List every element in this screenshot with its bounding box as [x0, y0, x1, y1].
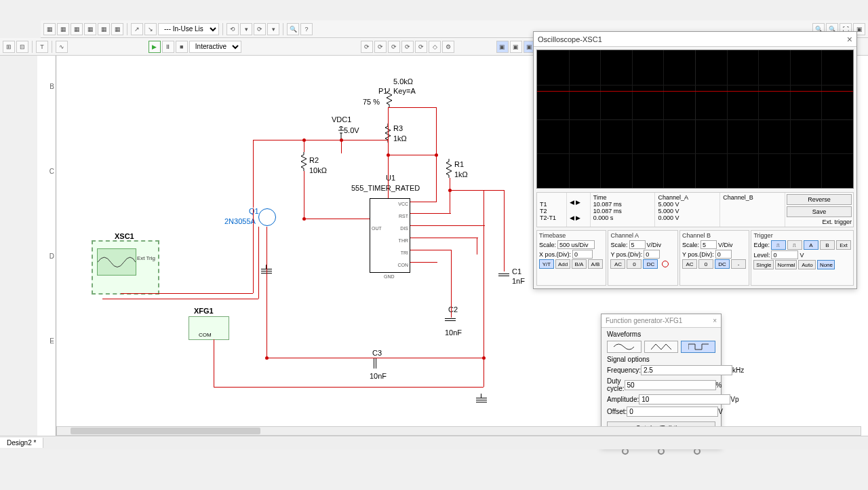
chb-zero-button[interactable]: 0: [698, 259, 713, 269]
sine-wave-button[interactable]: [607, 341, 642, 353]
xfg1-symbol[interactable]: COM: [189, 316, 229, 340]
run-button[interactable]: ▶: [149, 41, 161, 53]
help-icon[interactable]: ?: [300, 23, 313, 35]
trigger-single-button[interactable]: Single: [753, 260, 774, 269]
trigger-a-button[interactable]: A: [804, 240, 818, 250]
tb-icon[interactable]: ⟳: [361, 41, 373, 53]
inuse-combo[interactable]: --- In-Use Lis: [158, 23, 219, 35]
oscilloscope-titlebar[interactable]: Oscilloscope-XSC1 ×: [534, 32, 856, 47]
cha-zero-button[interactable]: 0: [627, 259, 642, 269]
cha-ypos-input[interactable]: [644, 250, 660, 259]
chb-dc-button[interactable]: DC: [715, 259, 730, 269]
cha-scale-input[interactable]: [629, 240, 646, 249]
tb-icon[interactable]: ⚙: [442, 41, 454, 53]
pause-button[interactable]: ⏸: [162, 41, 174, 53]
c2-symbol[interactable]: [445, 316, 456, 323]
stop-button[interactable]: ■: [176, 41, 188, 53]
chb-ac-button[interactable]: AC: [682, 259, 697, 269]
tb-icon[interactable]: ◇: [429, 41, 441, 53]
trigger-none-button[interactable]: None: [817, 260, 835, 269]
oscilloscope-window[interactable]: Oscilloscope-XSC1 × T1 T2 T2-T1 ◀ ▶ ◀ ▶ …: [533, 31, 857, 289]
p1-symbol[interactable]: [385, 88, 393, 107]
p1-value: 5.0kΩ: [393, 77, 413, 86]
tb-icon[interactable]: ↗: [131, 23, 143, 35]
trigger-level-input[interactable]: [771, 250, 798, 259]
sim-mode-combo[interactable]: Interactive: [189, 41, 241, 53]
channel-b-panel: Channel B Scale:V/Div Y pos.(Div): AC 0 …: [679, 230, 749, 286]
ground-symbol[interactable]: [476, 394, 487, 403]
tb-icon[interactable]: T: [36, 41, 48, 53]
tb-icon[interactable]: ⟳: [415, 41, 427, 53]
ruler-vertical: B C D E: [37, 56, 56, 442]
tb-icon[interactable]: ⟳: [374, 41, 387, 53]
p1-key: Key=A: [393, 87, 416, 95]
close-icon[interactable]: ×: [713, 317, 717, 324]
tb-icon[interactable]: ⟳: [254, 23, 266, 35]
instrument-icon[interactable]: ▣: [510, 41, 522, 53]
xsc1-symbol[interactable]: Ext Trig: [92, 240, 159, 295]
close-icon[interactable]: ×: [847, 34, 852, 45]
waveforms-label: Waveforms: [607, 331, 715, 338]
cha-ac-button[interactable]: AC: [610, 259, 625, 269]
tb-icon[interactable]: ▦: [84, 23, 96, 35]
tb-icon[interactable]: ⟳: [401, 41, 414, 53]
duty-cycle-input[interactable]: [625, 380, 716, 390]
tb-icon[interactable]: ▦: [71, 23, 83, 35]
r1-symbol[interactable]: [445, 159, 453, 178]
cursor-arrow-icon[interactable]: ◀ ▶: [570, 214, 587, 221]
tb-icon[interactable]: ▦: [43, 23, 56, 35]
yt-button[interactable]: Y/T: [539, 259, 554, 269]
offset-input[interactable]: [627, 407, 718, 417]
tb-icon[interactable]: ▾: [240, 23, 252, 35]
cursor-arrow-icon[interactable]: ◀ ▶: [570, 199, 587, 206]
u1-symbol[interactable]: VCC RST DIS THR TRI CON OUT GND: [370, 198, 410, 273]
instrument-icon[interactable]: ▣: [496, 41, 509, 53]
cha-dc-button[interactable]: DC: [643, 259, 658, 269]
trigger-auto-button[interactable]: Auto: [798, 260, 816, 269]
trigger-b-button[interactable]: B: [820, 240, 835, 250]
square-wave-button[interactable]: [681, 341, 715, 353]
ab-button[interactable]: A/B: [588, 259, 603, 269]
c1-symbol[interactable]: [498, 271, 509, 278]
chb-minus-button[interactable]: -: [731, 259, 746, 269]
ba-button[interactable]: B/A: [572, 259, 587, 269]
chb-scale-input[interactable]: [701, 240, 717, 249]
edge-rise-icon[interactable]: ⎍: [771, 240, 786, 250]
r3-ref: R3: [393, 124, 403, 132]
vdc1-symbol[interactable]: [338, 126, 344, 140]
tb-icon[interactable]: ⊟: [16, 41, 28, 53]
amplitude-input[interactable]: [639, 394, 730, 404]
tb-icon[interactable]: ▦: [111, 23, 123, 35]
timebase-xpos-input[interactable]: [572, 250, 593, 259]
r2-ref: R2: [309, 156, 319, 164]
cha-terminal-icon: [662, 261, 669, 267]
tb-icon[interactable]: ∿: [56, 41, 68, 53]
xsc1-ref: XSC1: [115, 232, 134, 240]
tab-bar: Design2 *: [0, 436, 868, 449]
tb-icon[interactable]: ⟲: [226, 23, 239, 35]
tb-icon[interactable]: ↘: [144, 23, 157, 35]
tb-icon[interactable]: ⟳: [388, 41, 400, 53]
frequency-input[interactable]: [641, 365, 732, 375]
c3-symbol[interactable]: [372, 358, 378, 369]
tb-icon[interactable]: ▦: [57, 23, 69, 35]
tb-icon[interactable]: ⊞: [3, 41, 15, 53]
save-button[interactable]: Save: [787, 206, 852, 217]
tb-icon[interactable]: ▾: [267, 23, 279, 35]
reverse-button[interactable]: Reverse: [787, 194, 852, 205]
r2-symbol[interactable]: [300, 152, 308, 171]
trigger-normal-button[interactable]: Normal: [775, 260, 797, 269]
chb-ypos-input[interactable]: [715, 250, 732, 259]
horizontal-scrollbar[interactable]: [56, 426, 861, 436]
fg-titlebar[interactable]: Function generator-XFG1 ×: [601, 314, 721, 328]
design-tab[interactable]: Design2 *: [0, 438, 43, 448]
triangle-wave-button[interactable]: [644, 341, 679, 353]
search-icon[interactable]: 🔍: [287, 23, 299, 35]
edge-fall-icon[interactable]: ⎍: [787, 240, 802, 250]
add-button[interactable]: Add: [555, 259, 570, 269]
trigger-ext-button[interactable]: Ext: [836, 240, 851, 250]
oscilloscope-display[interactable]: [536, 50, 854, 189]
q1-symbol[interactable]: [258, 208, 276, 226]
timebase-scale-input[interactable]: [557, 240, 595, 249]
tb-icon[interactable]: ▦: [98, 23, 110, 35]
